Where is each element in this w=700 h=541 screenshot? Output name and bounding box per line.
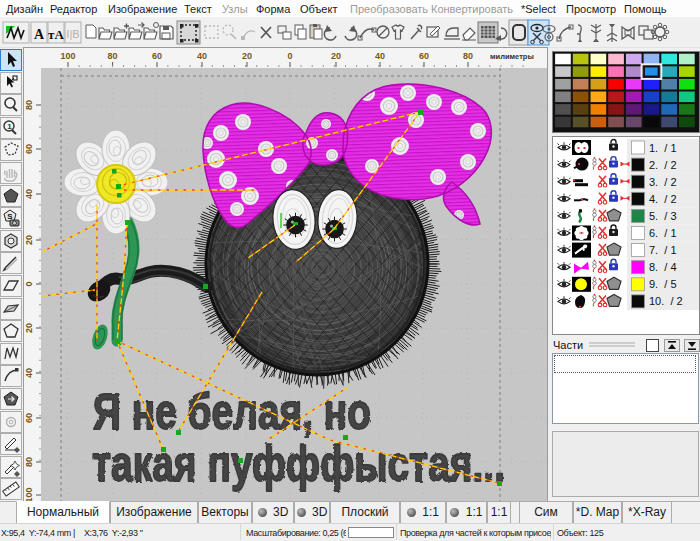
svg-text:I|B: I|B [66,28,79,40]
svg-text:такая пуфффыстая...: такая пуфффыстая... [92,436,505,492]
svg-text:3. / 2: 3. / 2 [649,176,677,188]
svg-text:60: 60 [24,144,34,154]
svg-text:1. / 1: 1. / 1 [649,142,677,154]
svg-text:0: 0 [287,51,292,61]
svg-text:20: 20 [242,51,252,61]
svg-text:60: 60 [419,51,429,61]
svg-text:8. / 4: 8. / 4 [649,261,677,273]
svg-text:A: A [34,27,45,42]
svg-text:Я не белая, но: Я не белая, но [93,384,371,440]
svg-text:40: 40 [24,368,34,378]
svg-text:40: 40 [24,189,34,199]
svg-text:80: 80 [24,100,34,110]
svg-text:60: 60 [152,51,162,61]
svg-text:20: 20 [331,51,341,61]
svg-text:милиметры: милиметры [490,52,534,61]
svg-text:10. / 2: 10. / 2 [649,295,683,307]
svg-text:80: 80 [108,51,118,61]
svg-text:40: 40 [375,51,385,61]
svg-text:1: 1 [7,122,12,131]
svg-text:6. / 1: 6. / 1 [649,227,677,239]
svg-text:9. / 5: 9. / 5 [649,278,677,290]
svg-text:ᴛA: ᴛA [48,27,64,42]
svg-text:60: 60 [24,413,34,423]
svg-text:80: 80 [463,51,473,61]
svg-text:100: 100 [60,51,75,61]
svg-text:7. / 1: 7. / 1 [649,244,677,256]
svg-text:20: 20 [24,235,34,245]
svg-text:80: 80 [24,457,34,467]
svg-text:0: 0 [24,281,34,286]
svg-text:100: 100 [24,487,34,501]
svg-text:2. / 2: 2. / 2 [649,159,677,171]
svg-text:4. / 2: 4. / 2 [649,193,677,205]
svg-text:5. / 3: 5. / 3 [649,210,677,222]
svg-text:40: 40 [197,51,207,61]
svg-text:20: 20 [24,323,34,333]
